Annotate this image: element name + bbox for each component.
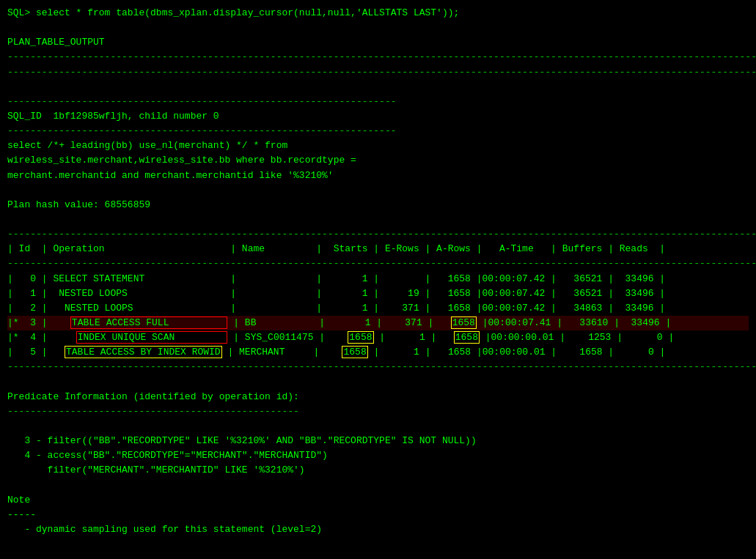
pred3: 3 - filter(("BB"."RECORDTYPE" LIKE '%321… <box>7 434 749 448</box>
terminal: SQL> select * from table(dbms_xplan.disp… <box>7 6 749 559</box>
predicate-header: Predicate Information (identified by ope… <box>7 390 749 404</box>
table-row0: | 0 | SELECT STATEMENT | | 1 | | 1658 |0… <box>7 272 749 286</box>
highlight-starts-5: 1658 <box>342 346 367 358</box>
table-row1: | 1 | NESTED LOOPS | | 1 | 19 | 1658 |00… <box>7 286 749 301</box>
separator7: ----------------------------------------… <box>7 360 749 374</box>
separator8: ----------------------------------------… <box>7 404 749 419</box>
blank9 <box>7 552 749 559</box>
blank5 <box>7 375 749 390</box>
pred4b: filter("MERCHANT"."MERCHANTID" LIKE '%32… <box>7 463 749 478</box>
blank3 <box>7 183 749 198</box>
table-row5: | 5 | TABLE ACCESS BY INDEX ROWID | MERC… <box>7 345 749 360</box>
table-row4: |* 4 | INDEX UNIQUE SCAN | SYS_C0011475 … <box>7 330 749 345</box>
separator4: ----------------------------------------… <box>7 124 749 138</box>
note-header: Note <box>7 493 749 508</box>
note-sep: ----- <box>7 508 749 522</box>
table-header: | Id | Operation | Name | Starts | E-Row… <box>7 242 749 256</box>
highlight-table-access-full: TABLE ACCESS FULL <box>70 316 228 329</box>
table-row2: | 2 | NESTED LOOPS | | 1 | 371 | 1658 |0… <box>7 301 749 316</box>
plan-table-output: PLAN_TABLE_OUTPUT <box>7 35 749 50</box>
separator2: ----------------------------------------… <box>7 65 749 80</box>
query-line: SQL> select * from table(dbms_xplan.disp… <box>7 6 749 21</box>
query-tables: wireless_site.merchant,wireless_site.bb … <box>7 153 749 168</box>
blank7 <box>7 478 749 493</box>
separator6: ----------------------------------------… <box>7 256 749 271</box>
sql-id-line: SQL_ID 1bf12985wfljh, child number 0 <box>7 109 749 124</box>
separator5: ----------------------------------------… <box>7 227 749 242</box>
highlight-table-access-rowid: TABLE ACCESS BY INDEX ROWID <box>65 346 222 358</box>
blank6 <box>7 419 749 434</box>
plan-hash: Plan hash value: 68556859 <box>7 198 749 212</box>
note-content: - dynamic sampling used for this stateme… <box>7 522 749 537</box>
query-hint: select /*+ leading(bb) use_nl(merchant) … <box>7 138 749 153</box>
highlight-arows-3: 1658 <box>451 316 477 329</box>
highlight-index-unique-scan: INDEX UNIQUE SCAN <box>76 331 228 344</box>
blank1 <box>7 21 749 35</box>
highlight-starts-4: 1658 <box>348 331 373 344</box>
blank8 <box>7 537 749 552</box>
separator3: ----------------------------------------… <box>7 95 749 109</box>
blank2 <box>7 80 749 95</box>
separator1: ----------------------------------------… <box>7 50 749 64</box>
query-condition: merchant.merchantid and merchant.merchan… <box>7 169 749 183</box>
highlight-arows-4: 1658 <box>454 331 480 344</box>
blank4 <box>7 212 749 227</box>
table-row3: |* 3 | TABLE ACCESS FULL | BB | 1 | 371 … <box>7 316 749 330</box>
pred4a: 4 - access("BB"."RECORDTYPE"="MERCHANT".… <box>7 448 749 463</box>
